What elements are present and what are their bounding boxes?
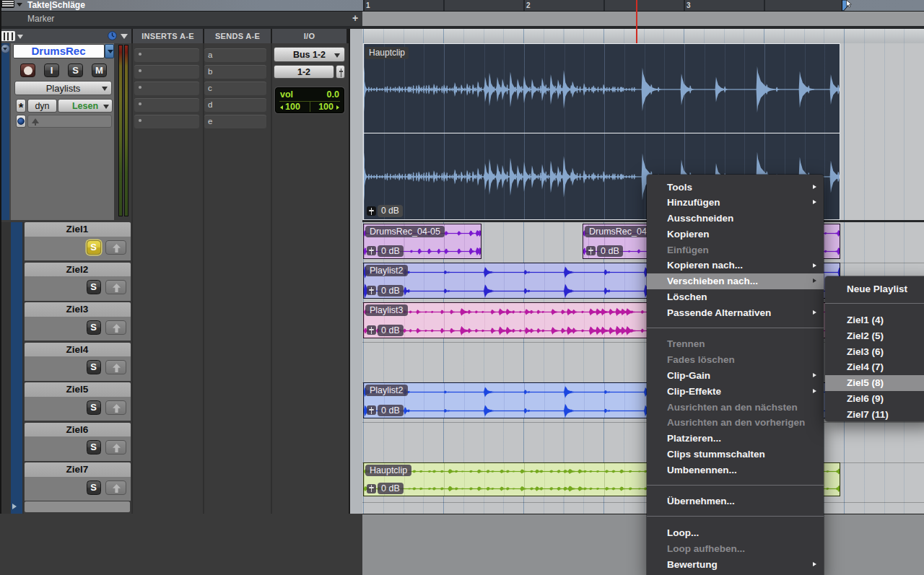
clock-dropdown-icon[interactable] [121, 34, 128, 39]
clip-name-label[interactable]: DrumsRec_04-05 [365, 226, 445, 237]
timebase-ruler[interactable]: 123 Takte|Schläge [0, 0, 924, 11]
menu-item-kopieren-nach[interactable]: Kopieren nach... [647, 258, 824, 273]
lane-solo-button[interactable]: S [87, 280, 101, 294]
menu-item-bewertung[interactable]: Bewertung [647, 557, 824, 573]
clip-gain-fader-icon[interactable] [367, 286, 376, 295]
clip-gain-fader-icon[interactable] [367, 325, 376, 335]
playlists-selector[interactable]: Playlists [14, 81, 112, 95]
lane-solo-button[interactable]: S [87, 440, 101, 455]
send-slot[interactable]: a [204, 48, 266, 62]
track-collapse-button[interactable] [1, 44, 10, 53]
sends-column-header[interactable]: SENDS A-E [204, 29, 271, 43]
menu-item-kopieren[interactable]: Kopieren [647, 227, 824, 242]
clip-gain-control[interactable]: 0 dB [367, 325, 404, 336]
menu-item-ziel1-4[interactable]: Ziel1 (4) [825, 312, 924, 328]
marker-ruler-track[interactable] [362, 12, 924, 26]
pan-right-value[interactable]: 100 [318, 101, 334, 113]
menu-item-ziel2-5[interactable]: Ziel2 (5) [825, 328, 924, 344]
solo-button[interactable]: S [68, 63, 83, 77]
clip-gain-control[interactable]: 0 dB [586, 245, 623, 257]
lane-promote-button[interactable] [105, 360, 126, 374]
pan-left-value[interactable]: 100 [285, 101, 300, 113]
clip-gain-value[interactable]: 0 dB [378, 483, 404, 494]
clip-gain-fader-icon[interactable] [586, 246, 596, 255]
automation-match-button[interactable]: * [16, 99, 26, 113]
insert-slot[interactable] [134, 65, 199, 79]
clip-gain-fader-icon[interactable] [367, 206, 376, 216]
record-enable-button[interactable] [20, 63, 35, 77]
playhead-cursor[interactable] [636, 0, 637, 43]
lane-solo-button[interactable]: S [87, 240, 101, 255]
track-view-selector[interactable] [27, 115, 112, 128]
add-marker-button[interactable]: + [349, 12, 361, 26]
lane-name[interactable]: Ziel3 [25, 302, 131, 317]
input-path-selector[interactable]: Bus 1-2 [274, 47, 345, 62]
menu-item-tools[interactable]: Tools [647, 180, 824, 196]
menu-item-übernehmen[interactable]: Übernehmen... [647, 493, 824, 509]
menu-item-clips-stummschalten[interactable]: Clips stummschalten [647, 447, 824, 462]
menu-item-loop[interactable]: Loop... [647, 525, 824, 541]
menu-item-ziel3-6[interactable]: Ziel3 (6) [825, 344, 924, 360]
inserts-column-header[interactable]: INSERTS A-E [133, 29, 203, 43]
menu-item-ziel4-7[interactable]: Ziel4 (7) [825, 359, 924, 375]
menu-item-passende-alternativen[interactable]: Passende Alternativen [647, 305, 824, 321]
clip-gain-value[interactable]: 0 dB [378, 405, 404, 416]
menu-item-löschen[interactable]: Löschen [647, 289, 824, 305]
clip-name-label[interactable]: Playlist3 [365, 304, 408, 316]
insert-slot[interactable] [134, 48, 199, 62]
clip-gain-fader-icon[interactable] [367, 405, 376, 415]
output-path-selector[interactable]: 1-2 [274, 65, 334, 79]
lane-solo-button[interactable]: S [87, 360, 101, 374]
io-column-header[interactable]: I/O [272, 29, 346, 43]
output-window-button[interactable] [336, 65, 345, 79]
lane-name[interactable]: Ziel7 [25, 462, 131, 477]
volume-pan-display[interactable]: vol 0.0 100 100 [275, 87, 344, 113]
clip-gain-control[interactable]: 0 dB [367, 483, 404, 494]
input-monitor-button[interactable]: I [44, 63, 59, 77]
lane-promote-button[interactable] [105, 400, 126, 415]
lane-solo-button[interactable]: S [87, 400, 101, 415]
menu-item-ausschneiden[interactable]: Ausschneiden [647, 211, 824, 227]
clip-gain-control[interactable]: 0 dB [367, 245, 404, 257]
lane-solo-button[interactable]: S [87, 480, 101, 495]
menu-item-platzieren[interactable]: Platzieren... [647, 431, 824, 447]
menu-item-ziel5-8[interactable]: Ziel5 (8) [825, 375, 924, 391]
clip-gain-control[interactable]: 0 dB [367, 285, 404, 297]
lane-promote-button[interactable] [105, 480, 126, 495]
insert-slot[interactable] [134, 82, 199, 95]
lane-solo-button[interactable]: S [87, 320, 101, 335]
lane-promote-button[interactable] [105, 440, 126, 455]
new-lane-bar[interactable] [25, 501, 130, 512]
menu-item-clip-gain[interactable]: Clip-Gain [647, 368, 824, 384]
menu-item-ziel7-11[interactable]: Ziel7 (11) [825, 407, 924, 423]
lane-promote-button[interactable] [105, 280, 126, 294]
menu-item-verschieben-nach[interactable]: Verschieben nach... [647, 273, 824, 289]
edit-canvas[interactable]: Hauptclip0 dBDrumsRec_04-050 dBDrumsRec_… [362, 29, 924, 514]
ruler-dropdown-icon[interactable] [17, 3, 22, 6]
dyn-button[interactable]: dyn [27, 99, 57, 113]
clip-gain-control[interactable]: 0 dB [367, 405, 404, 416]
lane-name[interactable]: Ziel1 [25, 222, 131, 237]
send-slot[interactable]: d [204, 98, 266, 112]
menu-item-hinzufügen[interactable]: Hinzufügen [647, 195, 824, 211]
ruler-session-range[interactable]: 123 [363, 0, 842, 11]
lane-name[interactable]: Ziel6 [25, 423, 131, 437]
insert-slot[interactable] [134, 98, 199, 112]
marker-ruler-header[interactable]: Marker + [0, 12, 362, 26]
clip-gain-value[interactable]: 0 dB [378, 325, 404, 336]
timebase-selector-icon[interactable] [16, 115, 26, 128]
clip-gain-value[interactable]: 0 dB [378, 285, 404, 297]
clip-gain-control[interactable]: 0 dB [367, 205, 403, 217]
send-slot[interactable]: e [204, 115, 266, 128]
vol-value[interactable]: 0.0 [327, 89, 339, 101]
lane-name[interactable]: Ziel2 [25, 263, 131, 277]
clip-gain-value[interactable]: 0 dB [597, 245, 623, 257]
lane-name[interactable]: Ziel5 [25, 382, 131, 397]
track-name-dropdown-icon[interactable] [105, 44, 115, 58]
clip-name-label[interactable]: Playlist2 [365, 385, 408, 396]
menu-item-neue-playlist[interactable]: Neue Playlist [825, 281, 924, 297]
clip-name-label[interactable]: Hauptclip [365, 465, 411, 476]
menu-item-ziel6-9[interactable]: Ziel6 (9) [825, 391, 924, 407]
automation-mode-selector[interactable]: Lesen [58, 99, 113, 113]
track-name-field[interactable]: DrumsRec [13, 44, 105, 58]
